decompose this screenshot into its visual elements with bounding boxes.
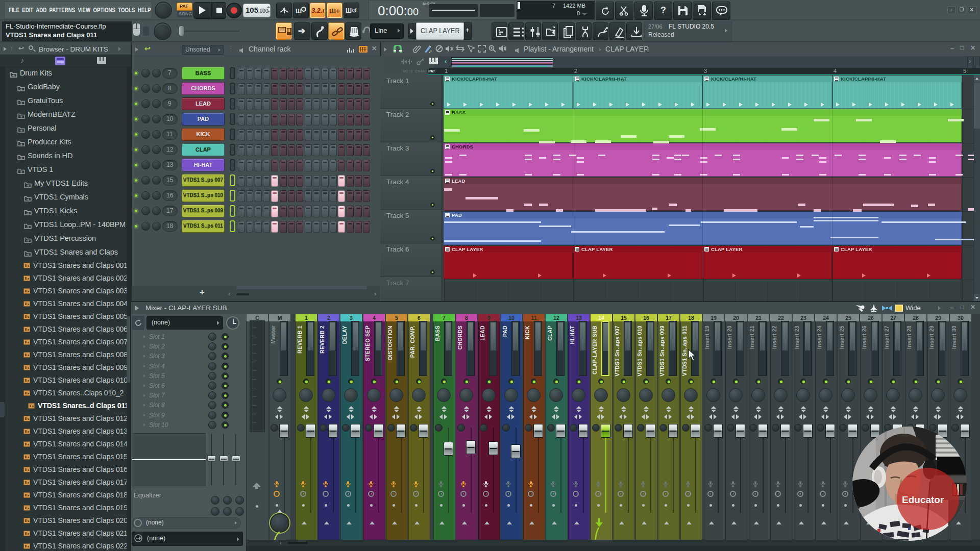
svg-text:Educator: Educator [902,494,944,505]
